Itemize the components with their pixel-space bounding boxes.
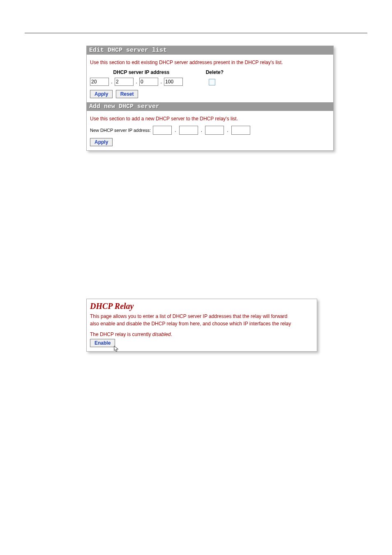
add-apply-button[interactable]: Apply <box>90 138 113 146</box>
status-value: disabled <box>152 332 171 337</box>
ip-octet-2-input[interactable] <box>115 78 134 86</box>
ip-octet-3-input[interactable] <box>139 78 158 86</box>
edit-section-header: Edit DHCP server list <box>87 46 333 55</box>
dhcp-server-row: . . . <box>90 78 330 86</box>
dhcp-relay-title: DHCP Relay <box>87 299 317 313</box>
status-prefix: The DHCP relay is currently <box>90 332 152 337</box>
dhcp-relay-status: The DHCP relay is currently disabled. <box>87 331 317 338</box>
add-button-row: Apply <box>90 138 330 146</box>
add-section-description: Use this section to add a new DHCP serve… <box>90 116 330 122</box>
edit-section-body: Use this section to edit existing DHCP s… <box>87 55 333 102</box>
edit-section-description: Use this section to edit existing DHCP s… <box>90 60 330 65</box>
delete-checkbox[interactable] <box>209 79 215 85</box>
new-ip-label: New DHCP server IP address: <box>90 128 151 133</box>
column-header-ip: DHCP server IP address <box>90 69 193 75</box>
ip-dot: . <box>201 127 202 133</box>
add-section-body: Use this section to add a new DHCP serve… <box>87 111 333 150</box>
ip-octet-1-input[interactable] <box>90 78 109 86</box>
enable-button[interactable]: Enable <box>90 339 115 347</box>
status-suffix: . <box>171 332 172 337</box>
apply-button[interactable]: Apply <box>90 90 113 98</box>
dhcp-relay-panel: DHCP Relay This page allows you to enter… <box>86 299 317 352</box>
edit-button-row: Apply Reset <box>90 90 330 98</box>
page-divider <box>25 33 367 33</box>
new-ip-octet-2-input[interactable] <box>179 126 198 135</box>
ip-dot: . <box>160 79 161 85</box>
dhcp-relay-description-line2: also enable and disable the DHCP relay f… <box>87 320 317 327</box>
new-ip-octet-3-input[interactable] <box>205 126 224 135</box>
reset-button[interactable]: Reset <box>116 90 138 98</box>
ip-dot: . <box>111 79 112 85</box>
ip-dot: . <box>136 79 137 85</box>
enable-row: Enable <box>87 338 317 351</box>
edit-column-headers: DHCP server IP address Delete? <box>90 69 330 75</box>
column-header-delete: Delete? <box>194 69 235 75</box>
new-ip-octet-1-input[interactable] <box>153 126 172 135</box>
ip-octet-4-input[interactable] <box>164 78 183 86</box>
dhcp-relay-description-line1: This page allows you to enter a list of … <box>87 313 317 320</box>
new-ip-octet-4-input[interactable] <box>231 126 250 135</box>
dhcp-server-list-panel: Edit DHCP server list Use this section t… <box>86 46 334 151</box>
ip-dot: . <box>227 127 228 133</box>
new-dhcp-server-row: New DHCP server IP address: . . . <box>90 126 330 135</box>
add-section-header: Add new DHCP server <box>87 102 333 111</box>
ip-dot: . <box>175 127 176 133</box>
